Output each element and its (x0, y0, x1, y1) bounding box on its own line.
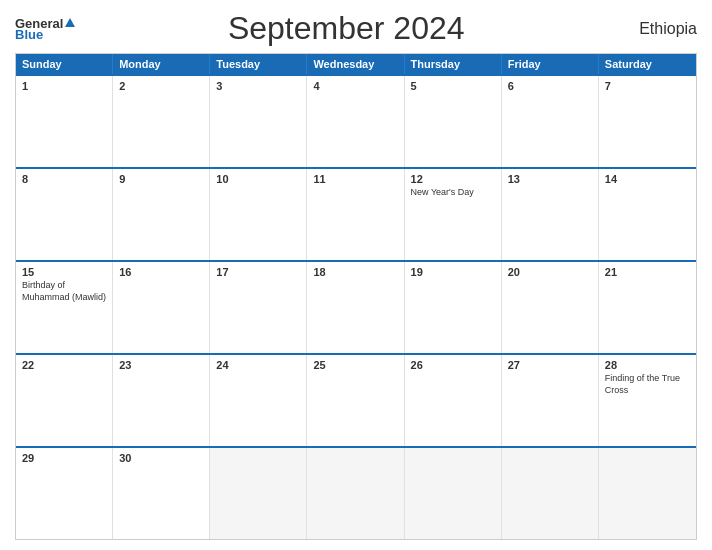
cell-day-number: 16 (119, 266, 203, 278)
calendar-cell: 25 (307, 355, 404, 446)
cell-day-number: 9 (119, 173, 203, 185)
calendar-cell: 1 (16, 76, 113, 167)
cell-day-number: 5 (411, 80, 495, 92)
cell-day-number: 22 (22, 359, 106, 371)
calendar-grid: SundayMondayTuesdayWednesdayThursdayFrid… (15, 53, 697, 540)
calendar-cell: 12New Year's Day (405, 169, 502, 260)
calendar-cell: 5 (405, 76, 502, 167)
day-header: Thursday (405, 54, 502, 74)
calendar-cell: 24 (210, 355, 307, 446)
logo: General Blue (15, 17, 75, 41)
calendar-cell: 19 (405, 262, 502, 353)
cell-day-number: 17 (216, 266, 300, 278)
calendar-cell: 15Birthday of Muhammad (Mawlid) (16, 262, 113, 353)
cell-day-number: 1 (22, 80, 106, 92)
calendar-cell: 26 (405, 355, 502, 446)
cell-day-number: 11 (313, 173, 397, 185)
calendar-cell: 10 (210, 169, 307, 260)
day-header: Saturday (599, 54, 696, 74)
calendar-cell: 11 (307, 169, 404, 260)
cell-day-number: 3 (216, 80, 300, 92)
cell-day-number: 10 (216, 173, 300, 185)
calendar-cell: 13 (502, 169, 599, 260)
cell-day-number: 20 (508, 266, 592, 278)
cell-day-number: 4 (313, 80, 397, 92)
cell-day-number: 30 (119, 452, 203, 464)
calendar-cell: 16 (113, 262, 210, 353)
cell-event-label: Birthday of Muhammad (Mawlid) (22, 280, 106, 303)
cell-day-number: 21 (605, 266, 690, 278)
calendar-cell (405, 448, 502, 539)
calendar-cell: 30 (113, 448, 210, 539)
calendar-title: September 2024 (75, 10, 617, 47)
cell-day-number: 24 (216, 359, 300, 371)
cell-day-number: 15 (22, 266, 106, 278)
day-header: Tuesday (210, 54, 307, 74)
cell-day-number: 25 (313, 359, 397, 371)
calendar-cell: 2 (113, 76, 210, 167)
country-label: Ethiopia (617, 20, 697, 38)
calendar-cell: 17 (210, 262, 307, 353)
cell-day-number: 14 (605, 173, 690, 185)
cell-day-number: 8 (22, 173, 106, 185)
calendar-cell: 4 (307, 76, 404, 167)
weeks-container: 123456789101112New Year's Day131415Birth… (16, 74, 696, 539)
logo-blue: Blue (15, 28, 75, 41)
week-row-4: 22232425262728Finding of the True Cross (16, 353, 696, 446)
day-header: Monday (113, 54, 210, 74)
calendar-cell: 27 (502, 355, 599, 446)
cell-day-number: 26 (411, 359, 495, 371)
calendar-cell: 9 (113, 169, 210, 260)
cell-day-number: 12 (411, 173, 495, 185)
calendar-cell: 22 (16, 355, 113, 446)
calendar-cell: 23 (113, 355, 210, 446)
header: General Blue September 2024 Ethiopia (15, 10, 697, 47)
cell-event-label: New Year's Day (411, 187, 495, 199)
calendar-cell: 3 (210, 76, 307, 167)
cell-day-number: 29 (22, 452, 106, 464)
day-headers-row: SundayMondayTuesdayWednesdayThursdayFrid… (16, 54, 696, 74)
calendar-cell (599, 448, 696, 539)
calendar-cell: 7 (599, 76, 696, 167)
cell-day-number: 27 (508, 359, 592, 371)
cell-day-number: 28 (605, 359, 690, 371)
cell-event-label: Finding of the True Cross (605, 373, 690, 396)
day-header: Sunday (16, 54, 113, 74)
week-row-5: 2930 (16, 446, 696, 539)
calendar-cell: 18 (307, 262, 404, 353)
calendar-cell: 28Finding of the True Cross (599, 355, 696, 446)
cell-day-number: 19 (411, 266, 495, 278)
calendar-cell: 20 (502, 262, 599, 353)
week-row-3: 15Birthday of Muhammad (Mawlid)161718192… (16, 260, 696, 353)
week-row-2: 89101112New Year's Day1314 (16, 167, 696, 260)
day-header: Wednesday (307, 54, 404, 74)
cell-day-number: 7 (605, 80, 690, 92)
calendar-cell: 6 (502, 76, 599, 167)
calendar-cell: 29 (16, 448, 113, 539)
week-row-1: 1234567 (16, 74, 696, 167)
cell-day-number: 2 (119, 80, 203, 92)
calendar-cell: 21 (599, 262, 696, 353)
calendar-cell (210, 448, 307, 539)
cell-day-number: 18 (313, 266, 397, 278)
cell-day-number: 23 (119, 359, 203, 371)
cell-day-number: 6 (508, 80, 592, 92)
day-header: Friday (502, 54, 599, 74)
calendar-cell (502, 448, 599, 539)
cell-day-number: 13 (508, 173, 592, 185)
calendar-cell: 14 (599, 169, 696, 260)
calendar-page: General Blue September 2024 Ethiopia Sun… (0, 0, 712, 550)
calendar-cell: 8 (16, 169, 113, 260)
calendar-cell (307, 448, 404, 539)
logo-triangle-icon (65, 18, 75, 27)
